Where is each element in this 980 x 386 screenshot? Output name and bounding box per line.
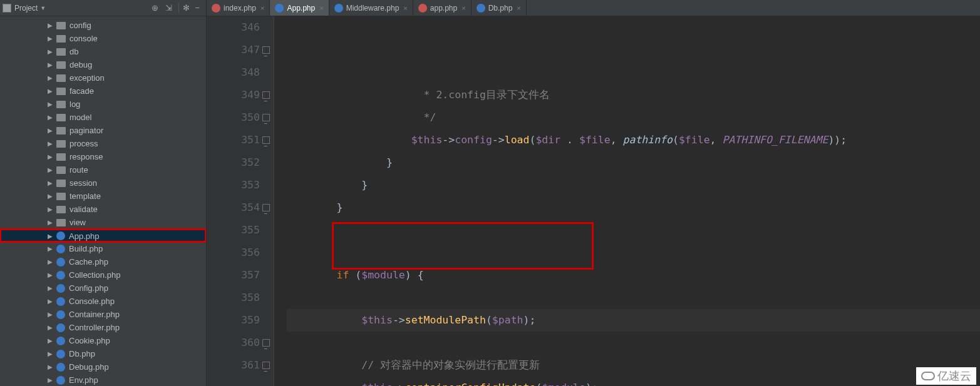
fold-handle-icon[interactable] [262,204,270,211]
code-line[interactable]: } [287,174,980,196]
line-number[interactable]: 349 [207,84,260,106]
folder-facade[interactable]: ▶facade [0,84,206,98]
chevron-right-icon[interactable]: ▶ [48,190,54,203]
chevron-right-icon[interactable]: ▶ [48,111,54,124]
chevron-right-icon[interactable]: ▶ [48,255,54,268]
file-Debug-php[interactable]: ▶Debug.php [0,360,206,373]
file-Db-php[interactable]: ▶Db.php [0,347,206,360]
folder-session[interactable]: ▶session [0,176,206,190]
file-App-php[interactable]: ▶App.php [0,229,206,242]
line-number[interactable]: 356 [207,241,260,264]
locate-icon[interactable]: ⊕ [150,3,160,13]
code-line[interactable]: // 对容器中的对象实例进行配置更新 [287,354,980,377]
chevron-right-icon[interactable]: ▶ [48,150,54,163]
chevron-right-icon[interactable]: ▶ [48,58,54,71]
folder-view[interactable]: ▶view [0,216,206,229]
chevron-right-icon[interactable]: ▶ [48,295,54,308]
chevron-right-icon[interactable]: ▶ [48,45,54,58]
chevron-right-icon[interactable]: ▶ [48,268,54,282]
code-line[interactable]: $this->setModulePath($path); [287,309,980,332]
fold-handle-icon[interactable] [262,136,270,144]
code[interactable]: * 2.config目录下文件名 */ $this->config->load(… [274,16,980,386]
file-Cache-php[interactable]: ▶Cache.php [0,255,206,268]
chevron-right-icon[interactable]: ▶ [48,321,54,334]
chevron-down-icon[interactable]: ▼ [40,5,46,11]
tab-App-php[interactable]: App.php× [270,0,329,16]
file-Collection-php[interactable]: ▶Collection.php [0,268,206,282]
folder-log[interactable]: ▶log [0,98,206,111]
collapse-all-icon[interactable]: ⇲ [163,3,173,13]
fold-handle-icon[interactable] [262,339,270,347]
code-line[interactable]: $this->config->load($dir . $file, pathin… [287,129,980,151]
file-Controller-php[interactable]: ▶Controller.php [0,321,206,334]
editor-tabs[interactable]: index.php×App.php×Middleware.php×app.php… [207,0,980,16]
fold-handle-icon[interactable] [262,362,270,369]
line-number[interactable]: 347 [207,39,260,61]
code-line[interactable]: } [287,196,980,219]
folder-console[interactable]: ▶console [0,32,206,45]
hide-icon[interactable]: − [192,3,202,13]
code-line[interactable]: } [287,151,980,174]
line-number[interactable]: 355 [207,219,260,241]
chevron-right-icon[interactable]: ▶ [48,308,54,321]
code-line[interactable]: */ [287,106,980,129]
chevron-right-icon[interactable]: ▶ [48,84,54,98]
fold-handle-icon[interactable] [262,114,270,121]
project-sidebar[interactable]: Project ▼ ⊕ ⇲ ✻ − ▶config▶console▶db▶deb… [0,0,207,386]
chevron-right-icon[interactable]: ▶ [48,176,54,190]
folder-exception[interactable]: ▶exception [0,71,206,84]
folder-route[interactable]: ▶route [0,163,206,176]
file-Cookie-php[interactable]: ▶Cookie.php [0,334,206,347]
close-icon[interactable]: × [260,4,264,12]
chevron-right-icon[interactable]: ▶ [48,347,54,360]
close-icon[interactable]: × [462,4,465,12]
close-icon[interactable]: × [403,4,407,12]
project-tree[interactable]: ▶config▶console▶db▶debug▶exception▶facad… [0,16,206,386]
chevron-right-icon[interactable]: ▶ [48,71,54,84]
chevron-right-icon[interactable]: ▶ [48,163,54,176]
line-number[interactable]: 357 [207,264,260,287]
line-number[interactable]: 350 [207,106,260,129]
sidebar-title[interactable]: Project [14,4,38,13]
folder-process[interactable]: ▶process [0,137,206,150]
line-number[interactable]: 354 [207,196,260,219]
line-number[interactable]: 359 [207,309,260,332]
folder-response[interactable]: ▶response [0,150,206,163]
folder-model[interactable]: ▶model [0,111,206,124]
folder-paginator[interactable]: ▶paginator [0,124,206,137]
chevron-right-icon[interactable]: ▶ [48,230,54,243]
chevron-right-icon[interactable]: ▶ [48,137,54,150]
gear-icon[interactable]: ✻ [178,3,188,13]
chevron-right-icon[interactable]: ▶ [48,203,54,216]
folder-debug[interactable]: ▶debug [0,58,206,71]
chevron-right-icon[interactable]: ▶ [48,19,54,32]
folder-template[interactable]: ▶template [0,190,206,203]
tab-Middleware-php[interactable]: Middleware.php× [329,0,413,16]
chevron-right-icon[interactable]: ▶ [48,216,54,229]
line-number[interactable]: 346 [207,16,260,39]
line-number[interactable]: 351 [207,129,260,151]
file-Config-php[interactable]: ▶Config.php [0,282,206,295]
line-number[interactable]: 353 [207,174,260,196]
line-number[interactable]: 352 [207,151,260,174]
fold-handle-icon[interactable] [262,46,270,54]
chevron-right-icon[interactable]: ▶ [48,282,54,295]
line-number[interactable]: 358 [207,287,260,309]
code-line[interactable]: if ($module) { [287,264,980,287]
file-Env-php[interactable]: ▶Env.php [0,373,206,386]
tab-Db-php[interactable]: Db.php× [472,0,527,16]
tab-index-php[interactable]: index.php× [207,0,270,16]
folder-config[interactable]: ▶config [0,19,206,32]
chevron-right-icon[interactable]: ▶ [48,98,54,111]
line-number[interactable]: 361 [207,354,260,377]
code-line[interactable] [287,332,980,354]
file-Container-php[interactable]: ▶Container.php [0,308,206,321]
code-line[interactable] [287,287,980,309]
chevron-right-icon[interactable]: ▶ [48,242,54,255]
file-Console-php[interactable]: ▶Console.php [0,295,206,308]
chevron-right-icon[interactable]: ▶ [48,32,54,45]
code-line[interactable]: $this->containerConfigUpdate($module); [287,377,980,386]
fold-handle-icon[interactable] [262,91,270,99]
folder-validate[interactable]: ▶validate [0,203,206,216]
file-Build-php[interactable]: ▶Build.php [0,242,206,255]
